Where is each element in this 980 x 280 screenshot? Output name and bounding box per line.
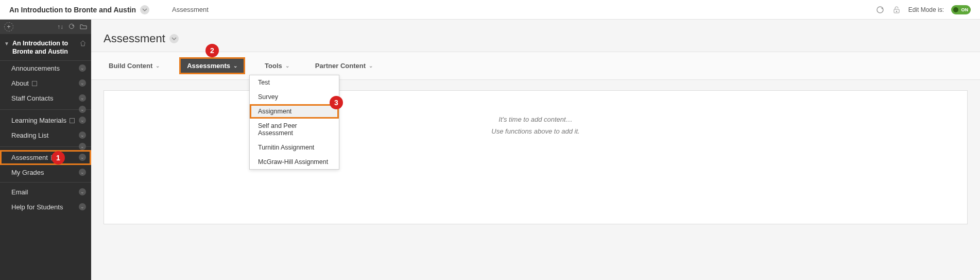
edit-mode-label: Edit Mode is: <box>908 6 944 13</box>
sidebar-item-about[interactable]: About⌄ <box>0 76 91 91</box>
sidebar-nav: 1 Announcements⌄About⌄Staff Contacts⌄⌄Le… <box>0 61 91 215</box>
sidebar-course-title: An Introduction to Bronte and Austin <box>12 39 77 56</box>
chevron-down-icon[interactable]: ⌄ <box>79 117 86 124</box>
sidebar-item-reading-list[interactable]: Reading List⌄ <box>0 128 91 143</box>
content-type-icon <box>32 81 37 86</box>
assessments-dropdown: 3 TestSurveyAssignmentSelf and Peer Asse… <box>249 75 339 170</box>
sidebar-item-staff-contacts[interactable]: Staff Contacts⌄ <box>0 91 91 106</box>
chevron-down-icon[interactable] <box>140 5 149 14</box>
dropdown-item-mcgraw-hill-assignment[interactable]: McGraw-Hill Assignment <box>250 155 339 169</box>
course-title[interactable]: An Introduction to Bronte and Austin <box>9 6 136 14</box>
assessments-button[interactable]: Assessments⌄ <box>179 57 245 74</box>
refresh-icon[interactable] <box>875 5 885 14</box>
chevron-down-icon[interactable]: ⌄ <box>79 169 86 176</box>
sidebar-item-assessment[interactable]: Assessment⌄ <box>0 150 91 165</box>
sidebar-item-label: Email <box>11 188 79 196</box>
chevron-down-icon[interactable] <box>169 34 179 43</box>
sidebar: + ↑↓ ▼ An Introduction to Bronte and Aus… <box>0 20 91 280</box>
sidebar-item-label: Assessment <box>11 154 79 161</box>
content-type-icon <box>70 118 75 123</box>
top-bar: An Introduction to Bronte and Austin Ass… <box>0 0 980 20</box>
placeholder-line-2: Use functions above to add it. <box>104 127 967 135</box>
action-bar: Build Content⌄ Assessments⌄ Tools⌄ Partn… <box>91 52 980 80</box>
breadcrumb[interactable]: Assessment <box>172 6 209 13</box>
callout-badge-1: 1 <box>51 151 65 164</box>
home-icon[interactable] <box>80 40 86 48</box>
chevron-down-icon[interactable]: ⌄ <box>79 154 86 161</box>
sidebar-divider: ⌄ <box>0 143 91 150</box>
chevron-down-icon[interactable]: ⌄ <box>79 106 86 113</box>
dropdown-item-test[interactable]: Test <box>250 75 339 90</box>
add-menu-icon[interactable]: + <box>4 22 13 31</box>
sidebar-item-learning-materials[interactable]: Learning Materials⌄ <box>0 113 91 128</box>
partner-content-button[interactable]: Partner Content⌄ <box>309 57 379 74</box>
chevron-down-icon[interactable]: ⌄ <box>79 188 86 195</box>
folder-icon[interactable] <box>80 23 87 31</box>
lock-open-icon[interactable] <box>892 5 901 14</box>
main-content: Assessment Build Content⌄ Assessments⌄ T… <box>91 20 980 280</box>
chevron-down-icon[interactable]: ⌄ <box>79 203 86 210</box>
dropdown-item-turnitin-assignment[interactable]: Turnitin Assignment <box>250 140 339 155</box>
reorder-icon[interactable]: ↑↓ <box>57 23 63 31</box>
dropdown-item-survey[interactable]: Survey <box>250 90 339 104</box>
sidebar-item-label: Reading List <box>11 131 79 139</box>
sidebar-divider: ⌄ <box>0 106 91 113</box>
sidebar-item-announcements[interactable]: Announcements⌄ <box>0 61 91 76</box>
sidebar-course-header[interactable]: ▼ An Introduction to Bronte and Austin <box>0 34 91 61</box>
svg-point-1 <box>896 10 897 12</box>
chevron-down-icon[interactable]: ⌄ <box>79 94 86 102</box>
content-placeholder: It's time to add content… Use functions … <box>104 90 968 224</box>
sidebar-item-label: Staff Contacts <box>11 94 79 102</box>
build-content-button[interactable]: Build Content⌄ <box>102 57 166 74</box>
chevron-down-icon[interactable]: ⌄ <box>79 131 86 139</box>
page-title: Assessment <box>91 20 980 52</box>
chevron-down-icon[interactable]: ⌄ <box>79 64 86 72</box>
edit-mode-toggle[interactable]: ON <box>951 5 971 14</box>
sidebar-item-label: Help for Students <box>11 203 79 211</box>
placeholder-line-1: It's time to add content… <box>104 116 967 123</box>
sidebar-item-email[interactable]: Email⌄ <box>0 185 91 200</box>
dropdown-item-assignment[interactable]: Assignment <box>250 104 339 119</box>
sidebar-toolbar: + ↑↓ <box>0 20 91 34</box>
refresh-sidebar-icon[interactable] <box>68 23 75 31</box>
callout-badge-3: 3 <box>330 96 343 109</box>
collapse-triangle-icon[interactable]: ▼ <box>4 41 9 46</box>
sidebar-item-help-for-students[interactable]: Help for Students⌄ <box>0 200 91 215</box>
tools-button[interactable]: Tools⌄ <box>259 57 296 74</box>
sidebar-item-label: About <box>11 79 79 87</box>
sidebar-divider <box>0 182 91 183</box>
dropdown-item-self-and-peer-assessment[interactable]: Self and Peer Assessment <box>250 119 339 140</box>
sidebar-item-label: Announcements <box>11 64 79 72</box>
sidebar-item-my-grades[interactable]: My Grades⌄ <box>0 165 91 180</box>
sidebar-item-label: My Grades <box>11 169 79 176</box>
chevron-down-icon[interactable]: ⌄ <box>79 79 86 87</box>
sidebar-item-label: Learning Materials <box>11 117 79 124</box>
callout-badge-2: 2 <box>205 44 219 57</box>
chevron-down-icon[interactable]: ⌄ <box>79 143 86 150</box>
svg-point-2 <box>70 24 74 28</box>
